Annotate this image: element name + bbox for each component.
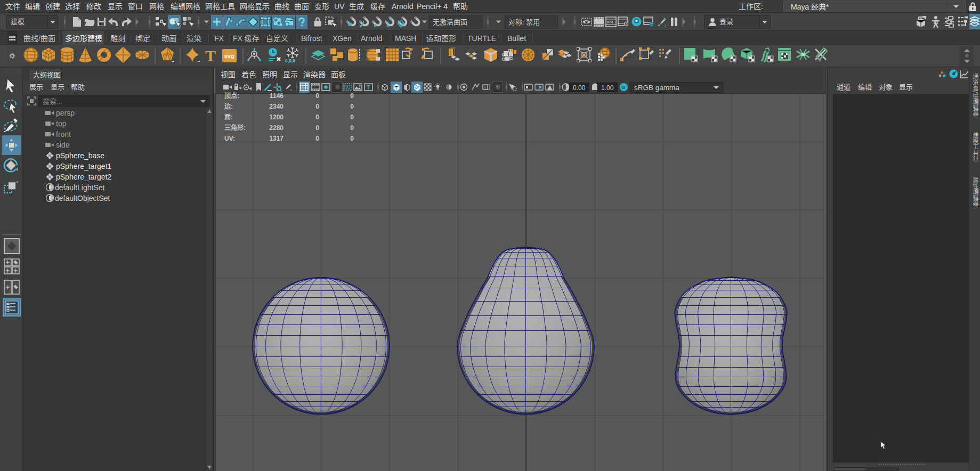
svg-text:T: T <box>367 84 370 91</box>
svg-text:G: G <box>621 85 625 90</box>
svg-text:svg: svg <box>224 53 234 59</box>
svg-text:0,0,0: 0,0,0 <box>285 58 295 63</box>
svg-text:T: T <box>205 48 216 63</box>
svg-text:IPR: IPR <box>608 20 613 24</box>
